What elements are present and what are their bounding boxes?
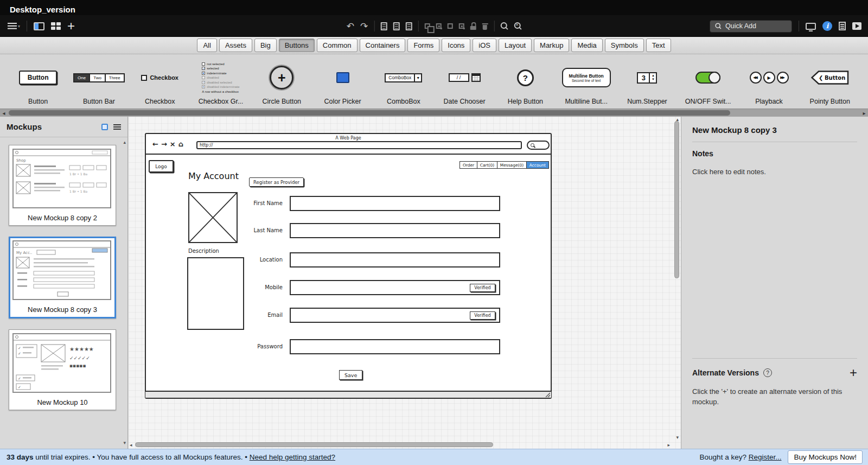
mockup-thumb-10[interactable]: ✓ ✓ ★★★★★ ✓✓✓✓✓ ▪▪▪▪▪ ✓ ✓ (9, 329, 116, 410)
tab-layout[interactable]: Layout (499, 39, 532, 52)
logo-button[interactable]: Logo (149, 160, 174, 173)
url-field[interactable]: http:// (196, 141, 522, 149)
thumbnail-view-icon[interactable] (101, 124, 108, 130)
mockup-thumb-label: New Mockup 8 copy 3 (11, 303, 114, 317)
tab-buttons[interactable]: Buttons (279, 39, 315, 52)
button-bar-preview-icon: One Two Three (73, 73, 125, 82)
palette-item-checkbox-group[interactable]: not selected selected indeterminate disa… (190, 58, 251, 106)
present-icon[interactable] (852, 22, 861, 30)
tab-markup[interactable]: Markup (534, 39, 569, 52)
tab-symbols[interactable]: Symbols (605, 39, 644, 52)
palette-scrollbar[interactable]: ◂ ▸ (0, 109, 868, 117)
zoom-reset-icon[interactable]: ✕ (514, 22, 521, 30)
send-back-icon[interactable] (458, 23, 464, 29)
save-button[interactable]: Save (339, 370, 362, 380)
buy-mockups-button[interactable]: Buy Mockups Now! (788, 450, 863, 464)
canvas-horizontal-scrollbar[interactable] (135, 442, 493, 447)
undo-icon[interactable]: ↶ (347, 22, 354, 31)
info-icon[interactable]: i (822, 21, 832, 31)
editor-canvas[interactable]: A Web Page ← → × ⌂ http:// Logo Order Ca… (129, 117, 681, 449)
tab-ios[interactable]: iOS (473, 39, 496, 52)
trash-icon[interactable] (482, 22, 488, 30)
palette-item-playback[interactable]: ◀◀▶▶▶ Playback (738, 58, 799, 106)
duplicate-icon[interactable] (393, 22, 399, 30)
app-menu-button[interactable]: ▾ (8, 23, 20, 29)
forward-icon[interactable]: → (161, 140, 167, 148)
tab-big[interactable]: Big (254, 39, 277, 52)
canvas-scroll-right-icon[interactable]: ▸ (667, 442, 670, 448)
palette-item-on-off-switch[interactable]: ON/OFF Swit... (678, 58, 738, 106)
palette-item-color-picker[interactable]: Color Picker (312, 58, 373, 106)
password-input[interactable] (290, 339, 500, 354)
tab-message[interactable]: Message(0) (497, 161, 527, 169)
lock-icon[interactable] (470, 22, 476, 30)
tab-containers[interactable]: Containers (360, 39, 406, 52)
tab-cart[interactable]: Cart(0) (477, 161, 497, 169)
help-getting-started-link[interactable]: Need help getting started? (250, 453, 335, 461)
canvas-vertical-scrollbar[interactable] (674, 121, 679, 278)
paste-icon[interactable] (405, 22, 412, 30)
close-icon[interactable]: × (170, 140, 176, 148)
sidebar-scroll-down-icon[interactable]: ▾ (123, 440, 126, 445)
tab-icons[interactable]: Icons (442, 39, 470, 52)
grid-view-icon[interactable] (51, 22, 61, 30)
palette-item-date-chooser[interactable]: / / Date Chooser (434, 58, 495, 106)
tab-forms[interactable]: Forms (407, 39, 439, 52)
copy-icon[interactable] (380, 22, 387, 30)
last-name-input[interactable] (290, 223, 500, 238)
verified-badge[interactable]: Verified (470, 284, 495, 292)
tab-order[interactable]: Order (459, 161, 477, 169)
tab-media[interactable]: Media (571, 39, 602, 52)
tab-assets[interactable]: Assets (219, 39, 252, 52)
home-icon[interactable]: ⌂ (178, 140, 183, 148)
tab-common[interactable]: Common (317, 39, 358, 52)
back-icon[interactable]: ← (152, 140, 158, 148)
palette-item-multiline-button[interactable]: Multiline Button Second line of text Mul… (556, 58, 617, 106)
palette-item-combobox[interactable]: ComboBox ▼ ComboBox (373, 58, 434, 106)
tab-account[interactable]: Account (526, 161, 549, 169)
palette-item-num-stepper[interactable]: 3 ▲▼ Num.Stepper (617, 58, 678, 106)
help-circle-icon[interactable]: ? (763, 368, 772, 377)
bring-front-icon[interactable] (447, 23, 452, 29)
email-input[interactable] (290, 308, 500, 323)
palette-item-button-bar[interactable]: One Two Three Button Bar (68, 58, 129, 106)
register-provider-button[interactable]: Register as Provider (249, 177, 304, 187)
sidebar-scroll-up-icon[interactable]: ▴ (123, 139, 126, 145)
register-link[interactable]: Register... (749, 453, 782, 461)
quick-add-input[interactable] (725, 22, 780, 30)
notes-placeholder[interactable]: Click here to edit notes. (692, 168, 857, 176)
fast-forward-icon: ▶▶ (777, 72, 789, 84)
zoom-icon[interactable] (500, 22, 508, 30)
canvas-scroll-down-icon[interactable]: ▾ (676, 435, 679, 440)
panel-menu-icon[interactable] (113, 124, 121, 130)
tab-all[interactable]: All (197, 39, 216, 52)
mockup-thumb-copy3[interactable]: My Acc.. (9, 237, 116, 319)
mockup-thumb-copy2[interactable]: Shop 1 Br • 1 Ba (9, 145, 116, 226)
scroll-left-icon[interactable]: ◂ (0, 110, 8, 116)
fullscreen-icon[interactable] (806, 23, 816, 30)
palette-item-circle-button[interactable]: + Circle Button (251, 58, 312, 106)
new-mockup-button[interactable]: + (67, 20, 75, 33)
notes-panel-icon[interactable] (839, 22, 846, 30)
palette-item-checkbox[interactable]: Checkbox Checkbox (130, 58, 190, 106)
palette-item-button[interactable]: Button Button (8, 58, 68, 106)
mobile-input[interactable] (290, 280, 500, 295)
mockup-browser-window[interactable]: A Web Page ← → × ⌂ http:// Logo Order Ca… (145, 133, 552, 399)
redo-icon[interactable]: ↷ (360, 22, 368, 31)
split-view-icon[interactable] (34, 22, 44, 30)
canvas-scroll-left-icon[interactable]: ◂ (130, 442, 132, 448)
palette-scrollbar-thumb[interactable] (9, 110, 730, 116)
ungroup-icon[interactable] (436, 23, 441, 29)
palette-item-pointy-button[interactable]: ❮ Button Pointy Button (800, 58, 860, 106)
palette-item-help-button[interactable]: ? Help Button (495, 58, 556, 106)
resize-handle-icon[interactable] (545, 392, 550, 397)
date-chooser-preview-icon: / / (449, 73, 481, 82)
browser-search-pill[interactable] (527, 141, 550, 150)
add-alternate-icon[interactable]: + (850, 366, 857, 379)
verified-badge[interactable]: Verified (470, 311, 495, 320)
group-icon[interactable] (424, 23, 430, 29)
tab-text[interactable]: Text (646, 39, 671, 52)
scroll-right-icon[interactable]: ▸ (860, 110, 868, 116)
location-input[interactable] (290, 252, 500, 267)
first-name-input[interactable] (290, 196, 500, 211)
